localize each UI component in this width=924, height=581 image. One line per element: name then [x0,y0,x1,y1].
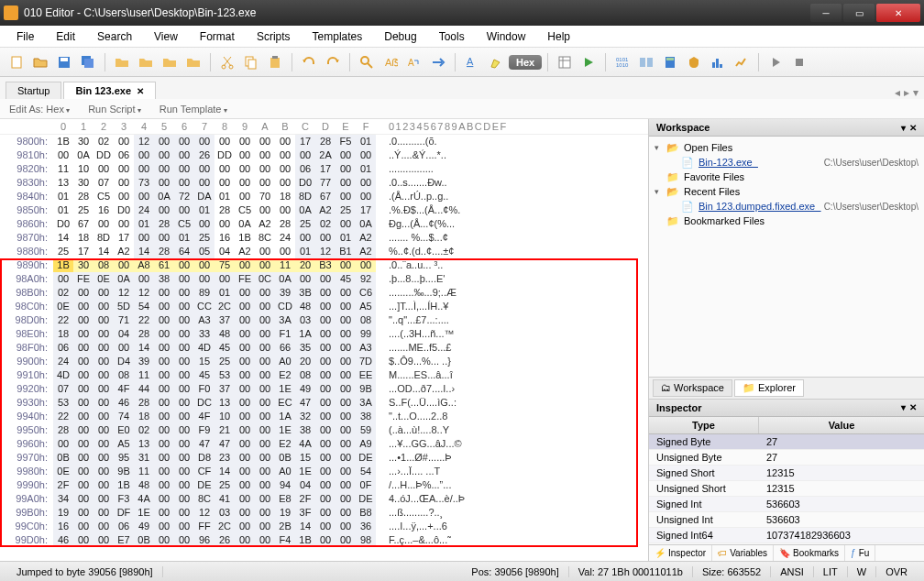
menu-templates[interactable]: Templates [303,28,372,45]
tab-prev-icon[interactable]: ◂ [895,86,900,99]
compare-icon[interactable] [635,51,657,73]
hex-row[interactable]: 9810h:000ADD0600000026DD000000002A0000..… [0,148,648,162]
checksum-icon[interactable] [683,51,705,73]
hex-row[interactable]: 9940h:220000741800004F1000001A32000038".… [0,410,648,423]
hex-row[interactable]: 98C0h:0E00005D540000CC2C0000CD480000A5..… [0,300,648,313]
tree-file-2[interactable]: 📄Bin 123.dumped.fixed.exe_C:\Users\user\… [654,199,918,214]
binary-icon[interactable]: 01011010 [611,51,633,73]
menu-debug[interactable]: Debug [375,28,425,45]
hex-row[interactable]: 98B0h:0200001212000089010000393B0000C6..… [0,286,648,300]
hex-row[interactable]: 9840h:0128C500000A72DA010070188D670000.(… [0,190,648,203]
hex-editor[interactable]: 0123456789ABCDEF 0123456789ABCDEF 9800h:… [0,119,649,561]
hex-row[interactable]: 9830h:133007007300000000000000D0770000.0… [0,176,648,190]
undo-icon[interactable] [298,51,320,73]
pin-icon[interactable]: ▾ [901,123,906,133]
hex-row[interactable]: 9950h:280000E0020000F92100001E38000059(.… [0,423,648,437]
hex-row[interactable]: 9820h:11100000000000000000000006170001..… [0,162,648,176]
find-text-icon[interactable]: Aẞ [380,51,402,73]
hex-row[interactable]: 9800h:1B30020012000000000000001728F501.0… [0,135,648,148]
hex-row[interactable]: 9930h:53000046280000DC130000EC4700003AS.… [0,396,648,410]
hex-row[interactable]: 9960h:000000A513000047470000E24A0000A9..… [0,437,648,451]
menu-view[interactable]: View [145,28,187,45]
close-button[interactable]: ✕ [876,4,920,22]
tab-close-icon[interactable]: ✕ [137,86,144,96]
chart-icon[interactable] [731,51,753,73]
close-panel-icon[interactable]: ✕ [909,123,917,133]
hex-row[interactable]: 9970h:0B000095310000D82300000B150000DE..… [0,451,648,465]
inspector-row[interactable]: Unsigned Byte27 [649,450,924,466]
hex-row[interactable]: 98E0h:1800000428000033480000F11A000099..… [0,327,648,341]
hex-row[interactable]: 9860h:D06700000128C500000AA2282502000AÐg… [0,217,648,231]
status-encoding[interactable]: ANSI [771,566,814,577]
hex-row[interactable]: 98D0h:22000071220000A33700003A03000008".… [0,313,648,327]
hex-row[interactable]: 99C0h:16000006490000FF2C00002B14000036..… [0,520,648,533]
run-script-dropdown[interactable]: Run Script [88,104,141,115]
insp-tab-variables[interactable]: 🏷Variables [712,545,774,561]
new-file-icon[interactable] [6,51,28,73]
hex-mode-button[interactable]: Hex [509,55,542,70]
open-file-icon[interactable] [29,51,51,73]
tab-workspace[interactable]: 🗂 Workspace [653,379,732,397]
status-endian[interactable]: LIT [814,566,848,577]
hex-row[interactable]: 9890h:1B300800A86100007500001120B30000.0… [0,258,648,272]
hex-row[interactable]: 9900h:240000D439000015250000A02000007D$.… [0,355,648,368]
run-icon[interactable] [578,51,600,73]
edit-as-dropdown[interactable]: Edit As: Hex [9,104,70,115]
paste-icon[interactable] [264,51,286,73]
tree-bookmarked[interactable]: 📁Bookmarked Files [654,214,918,228]
insp-tab-bookmarks[interactable]: 🔖Bookmarks [774,545,845,561]
folder4-icon[interactable] [182,51,204,73]
hex-row[interactable]: 9850h:012516D02400000128C500000AA22517.%… [0,203,648,217]
copy-icon[interactable] [240,51,262,73]
inspector-row[interactable]: Unsigned Short12315 [649,481,924,497]
folder-icon[interactable] [111,51,133,73]
inspector-close-icon[interactable]: ✕ [909,402,917,412]
replace-icon[interactable]: A [403,51,425,73]
save-icon[interactable] [53,51,75,73]
hex-row[interactable]: 99B0h:190000DF1E000012030000193F0000B8..… [0,506,648,520]
highlight-icon[interactable]: A [461,51,483,73]
insp-tab-inspector[interactable]: ⚡Inspector [649,545,712,561]
inspector-body[interactable]: Signed Byte27Unsigned Byte27Signed Short… [649,434,924,545]
inspector-row[interactable]: Signed Int64107374182936603 [649,528,924,543]
menu-tools[interactable]: Tools [430,28,474,45]
inspector-row[interactable]: Unsigned Int536603 [649,512,924,528]
tree-favorite[interactable]: 📁Favorite Files [654,170,918,184]
hex-row[interactable]: 98A0h:00FE0E0A0038000000FE0C0A00004592.þ… [0,272,648,286]
cut-icon[interactable] [216,51,238,73]
hex-row[interactable]: 99A0h:340000F34A00008C410000E82F0000DE4.… [0,492,648,506]
menu-window[interactable]: Window [478,28,535,45]
tab-active-file[interactable]: Bin 123.exe✕ [63,82,156,99]
marker-icon[interactable] [485,51,507,73]
hex-row[interactable]: 9990h:2F00001B480000DE250000940400000F/.… [0,478,648,492]
tab-menu-icon[interactable]: ▾ [913,86,918,99]
goto-icon[interactable] [427,51,449,73]
inspector-row[interactable]: Signed Short12315 [649,466,924,481]
maximize-button[interactable]: ▭ [843,4,874,22]
redo-icon[interactable] [322,51,344,73]
run-template-dropdown[interactable]: Run Template [160,104,227,115]
menu-search[interactable]: Search [88,28,141,45]
stop-icon[interactable] [788,51,810,73]
hex-row[interactable]: 9920h:0700004F440000F03700001E4900009B..… [0,382,648,396]
menu-help[interactable]: Help [538,28,579,45]
search-icon[interactable] [356,51,378,73]
tab-startup[interactable]: Startup [6,82,61,99]
calculator-icon[interactable] [659,51,681,73]
tree-recent[interactable]: ▾📂Recent Files [654,184,918,199]
hex-row[interactable]: 9880h:251714A21428640504A200000112B1A2%.… [0,245,648,258]
folder3-icon[interactable] [159,51,181,73]
menu-file[interactable]: File [7,28,43,45]
tab-explorer[interactable]: 📁 Explorer [734,379,804,397]
inspector-row[interactable]: Signed Int536603 [649,497,924,512]
template-icon[interactable] [554,51,576,73]
hex-row[interactable]: 9980h:0E00009B110000CF140000A01E000054..… [0,465,648,478]
menu-format[interactable]: Format [191,28,244,45]
hex-row[interactable]: 98F0h:060000001400004D45000066350000A3..… [0,341,648,355]
hex-body[interactable]: 9800h:1B30020012000000000000001728F501.0… [0,135,648,547]
histogram-icon[interactable] [707,51,729,73]
folder2-icon[interactable] [135,51,157,73]
menu-edit[interactable]: Edit [47,28,84,45]
inspector-row[interactable]: Signed Byte27 [649,434,924,450]
menu-scripts[interactable]: Scripts [248,28,300,45]
